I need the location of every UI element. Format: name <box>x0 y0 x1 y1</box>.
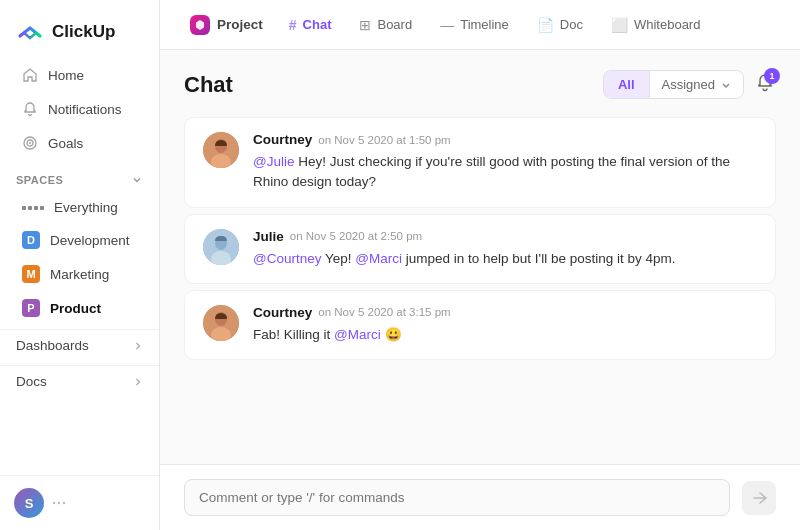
dashboards-label: Dashboards <box>16 338 89 353</box>
development-dot: D <box>22 231 40 249</box>
sidebar-label-development: Development <box>50 233 130 248</box>
msg-text-3: Fab! Killing it @Marci 😀 <box>253 325 757 345</box>
sidebar-label-notifications: Notifications <box>48 102 122 117</box>
mention-marci-2: @Marci <box>334 327 381 342</box>
notification-bell-button[interactable]: 1 <box>754 72 776 98</box>
tab-board-label: Board <box>377 17 412 32</box>
home-icon <box>22 67 38 83</box>
page-header: Chat All Assigned 1 <box>184 70 776 99</box>
filter-chevron-icon <box>721 80 731 90</box>
board-tab-icon: ⊞ <box>359 17 371 33</box>
msg-content-1: Hey! Just checking if you're still good … <box>253 154 730 189</box>
sidebar-item-docs[interactable]: Docs <box>0 365 159 397</box>
notification-badge: 1 <box>764 68 780 84</box>
msg-content-2b: jumped in to help but I'll be posting it… <box>406 251 676 266</box>
message-body-1: Courtney on Nov 5 2020 at 1:50 pm @Julie… <box>253 132 757 193</box>
messages-area: Courtney on Nov 5 2020 at 1:50 pm @Julie… <box>184 117 776 360</box>
ellipsis-icon <box>52 496 66 510</box>
message-card: Julie on Nov 5 2020 at 2:50 pm @Courtney… <box>184 214 776 284</box>
page-title: Chat <box>184 72 233 98</box>
msg-header-3: Courtney on Nov 5 2020 at 3:15 pm <box>253 305 757 320</box>
sidebar-item-marketing[interactable]: M Marketing <box>6 258 153 290</box>
everything-icon <box>22 206 44 210</box>
tab-doc-label: Doc <box>560 17 583 32</box>
sidebar-item-product[interactable]: P Product <box>6 292 153 324</box>
chevron-right-dashboards-icon <box>133 341 143 351</box>
project-nav-label: Project <box>217 17 263 32</box>
msg-emoji: 😀 <box>385 327 402 342</box>
chat-tab-icon: # <box>289 17 297 33</box>
svg-point-5 <box>63 502 65 504</box>
tab-chat[interactable]: # Chat <box>277 11 344 39</box>
mention-courtney: @Courtney <box>253 251 321 266</box>
msg-time-3: on Nov 5 2020 at 3:15 pm <box>318 306 450 318</box>
sidebar-item-notifications[interactable]: Notifications <box>6 93 153 125</box>
logo-area: ClickUp <box>0 0 159 58</box>
msg-header-1: Courtney on Nov 5 2020 at 1:50 pm <box>253 132 757 147</box>
courtney-avatar-img-2 <box>203 305 239 341</box>
avatar-courtney-2 <box>203 305 239 341</box>
sidebar-item-development[interactable]: D Development <box>6 224 153 256</box>
send-button[interactable] <box>742 481 776 515</box>
mention-marci-1: @Marci <box>355 251 402 266</box>
docs-label: Docs <box>16 374 47 389</box>
message-card: Courtney on Nov 5 2020 at 3:15 pm Fab! K… <box>184 290 776 360</box>
filter-group: All Assigned <box>603 70 744 99</box>
tab-whiteboard-label: Whiteboard <box>634 17 700 32</box>
bell-icon <box>22 101 38 117</box>
clickup-logo-icon <box>16 18 44 46</box>
spaces-label: Spaces <box>16 174 63 186</box>
msg-author-2: Julie <box>253 229 284 244</box>
doc-tab-icon: 📄 <box>537 17 554 33</box>
filter-assigned-label: Assigned <box>662 77 715 92</box>
svg-point-4 <box>58 502 60 504</box>
tab-board[interactable]: ⊞ Board <box>347 11 424 39</box>
sidebar-item-dashboards[interactable]: Dashboards <box>0 329 159 361</box>
sidebar-item-everything[interactable]: Everything <box>6 193 153 222</box>
message-card: Courtney on Nov 5 2020 at 1:50 pm @Julie… <box>184 117 776 208</box>
user-avatar[interactable]: S <box>14 488 44 518</box>
sidebar: ClickUp Home Notifications Goals Spaces … <box>0 0 160 530</box>
sidebar-item-goals[interactable]: Goals <box>6 127 153 159</box>
main-content: Project # Chat ⊞ Board — Timeline 📄 Doc … <box>160 0 800 530</box>
message-body-3: Courtney on Nov 5 2020 at 3:15 pm Fab! K… <box>253 305 757 345</box>
msg-text-2: @Courtney Yep! @Marci jumped in to help … <box>253 249 757 269</box>
filter-assigned-dropdown[interactable]: Assigned <box>649 71 743 98</box>
msg-content-3a: Fab! Killing it <box>253 327 334 342</box>
logo-text: ClickUp <box>52 22 115 42</box>
msg-author-1: Courtney <box>253 132 312 147</box>
msg-content-2a: Yep! <box>325 251 355 266</box>
tab-timeline[interactable]: — Timeline <box>428 11 521 39</box>
julie-avatar-img <box>203 229 239 265</box>
project-label: Project <box>180 9 273 41</box>
msg-author-3: Courtney <box>253 305 312 320</box>
goals-icon <box>22 135 38 151</box>
msg-header-2: Julie on Nov 5 2020 at 2:50 pm <box>253 229 757 244</box>
mention-julie: @Julie <box>253 154 294 169</box>
sidebar-label-goals: Goals <box>48 136 83 151</box>
sidebar-label-everything: Everything <box>54 200 118 215</box>
sidebar-label-marketing: Marketing <box>50 267 109 282</box>
header-right: All Assigned 1 <box>603 70 776 99</box>
comment-box <box>160 464 800 530</box>
filter-all-button[interactable]: All <box>604 71 649 98</box>
svg-point-3 <box>53 502 55 504</box>
sidebar-item-home[interactable]: Home <box>6 59 153 91</box>
msg-text-1: @Julie Hey! Just checking if you're stil… <box>253 152 757 193</box>
msg-time-2: on Nov 5 2020 at 2:50 pm <box>290 230 422 242</box>
sidebar-label-home: Home <box>48 68 84 83</box>
chevron-down-icon <box>131 174 143 186</box>
msg-time-1: on Nov 5 2020 at 1:50 pm <box>318 134 450 146</box>
courtney-avatar-img <box>203 132 239 168</box>
comment-input[interactable] <box>184 479 730 516</box>
top-nav: Project # Chat ⊞ Board — Timeline 📄 Doc … <box>160 0 800 50</box>
whiteboard-tab-icon: ⬜ <box>611 17 628 33</box>
chat-page-content: Chat All Assigned 1 <box>160 50 800 464</box>
spaces-section-header: Spaces <box>0 160 159 192</box>
tab-whiteboard[interactable]: ⬜ Whiteboard <box>599 11 712 39</box>
tab-doc[interactable]: 📄 Doc <box>525 11 595 39</box>
send-icon <box>750 489 768 507</box>
marketing-dot: M <box>22 265 40 283</box>
chevron-right-docs-icon <box>133 377 143 387</box>
svg-point-2 <box>29 142 31 144</box>
